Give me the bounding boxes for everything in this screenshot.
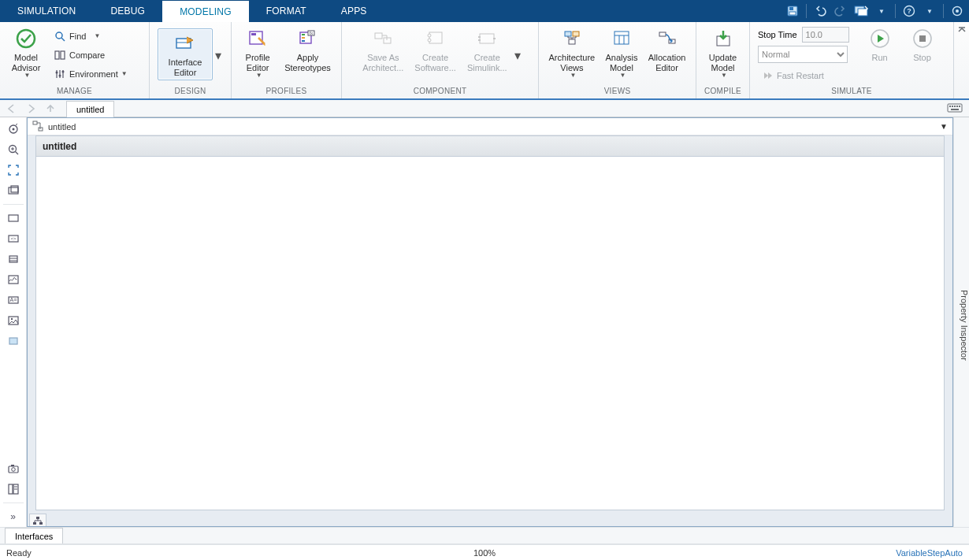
nav-back-button[interactable] bbox=[5, 102, 20, 116]
property-inspector-tab[interactable]: Property Inspector bbox=[953, 117, 969, 527]
fit-to-view-icon[interactable] bbox=[2, 160, 24, 180]
text-annotation-icon[interactable]: A≡ bbox=[2, 290, 24, 310]
svg-point-33 bbox=[428, 34, 431, 37]
design-gallery-dropdown[interactable]: ▾ bbox=[213, 27, 223, 83]
redo-icon[interactable] bbox=[833, 4, 848, 18]
stop-button: Stop bbox=[901, 24, 944, 65]
svg-rect-12 bbox=[55, 51, 59, 59]
interface-editor-button[interactable]: Interface Editor bbox=[158, 28, 213, 80]
svg-line-63 bbox=[15, 152, 18, 155]
model-advisor-label: Model Advisor bbox=[12, 53, 41, 72]
svg-text:?: ? bbox=[907, 7, 911, 15]
architecture-views-button[interactable]: Architecture Views ▼ bbox=[544, 24, 600, 82]
sliders-icon bbox=[54, 68, 66, 80]
svg-rect-38 bbox=[493, 38, 496, 39]
hide-browser-icon[interactable] bbox=[2, 119, 24, 139]
group-label-simulate: SIMULATE bbox=[750, 87, 953, 98]
area-annotation-icon[interactable] bbox=[2, 331, 24, 351]
tab-simulation[interactable]: SIMULATION bbox=[0, 0, 93, 22]
svg-point-10 bbox=[56, 32, 62, 39]
document-tab-label: untitled bbox=[76, 105, 104, 114]
update-model-label: Update Model bbox=[709, 53, 737, 72]
annotation-icon[interactable] bbox=[2, 208, 24, 228]
architecture-views-label: Architecture Views bbox=[549, 53, 596, 72]
find-button[interactable]: Find ▼ bbox=[50, 27, 131, 46]
apply-stereotypes-button[interactable]: fx Apply Stereotypes bbox=[279, 24, 336, 75]
svg-rect-25 bbox=[302, 34, 305, 35]
analysis-model-button[interactable]: Analysis Model ▼ bbox=[600, 24, 643, 82]
compare-icon bbox=[54, 49, 66, 61]
search-icon bbox=[54, 30, 66, 43]
svg-line-11 bbox=[61, 38, 65, 41]
switch-windows-icon[interactable] bbox=[854, 4, 868, 18]
zoom-in-icon[interactable] bbox=[2, 139, 24, 160]
model-canvas[interactable] bbox=[36, 157, 944, 510]
image-annotation-icon[interactable] bbox=[2, 310, 24, 331]
compare-button[interactable]: Compare bbox=[50, 46, 131, 65]
profile-editor-button[interactable]: Profile Editor ▼ bbox=[236, 24, 279, 82]
svg-rect-32 bbox=[429, 32, 442, 43]
expand-palette-icon[interactable]: » bbox=[2, 506, 24, 527]
interfaces-panel-tab[interactable]: Interfaces bbox=[5, 528, 63, 543]
explorer-bar: untitled bbox=[0, 100, 969, 117]
stop-time-input[interactable] bbox=[802, 27, 849, 43]
tab-format[interactable]: FORMAT bbox=[249, 0, 324, 22]
help-icon[interactable]: ? bbox=[902, 4, 916, 18]
tab-debug[interactable]: DEBUG bbox=[93, 0, 162, 22]
compare-label: Compare bbox=[69, 50, 105, 60]
status-zoom[interactable]: 100% bbox=[473, 548, 496, 558]
simulation-mode-select[interactable]: Normal bbox=[758, 46, 848, 63]
analysis-model-label: Analysis Model bbox=[605, 53, 637, 72]
property-inspector-label: Property Inspector bbox=[960, 290, 969, 361]
fullscreen-icon[interactable] bbox=[950, 4, 964, 18]
fast-restart-label: Fast Restart bbox=[777, 71, 824, 80]
save-as-architecture-label: Save As Architect... bbox=[362, 53, 403, 72]
svg-point-8 bbox=[956, 9, 959, 13]
hierarchy-tab-icon[interactable] bbox=[29, 514, 46, 526]
nav-up-button[interactable] bbox=[43, 102, 58, 116]
allocation-editor-button[interactable]: Allocation Editor bbox=[643, 24, 691, 75]
svg-point-19 bbox=[62, 71, 65, 73]
tab-modeling[interactable]: MODELING bbox=[162, 0, 249, 22]
save-icon[interactable] bbox=[785, 4, 800, 18]
signal-viewer-icon[interactable] bbox=[2, 269, 24, 290]
svg-rect-54 bbox=[949, 106, 951, 107]
undo-icon[interactable] bbox=[813, 4, 827, 18]
interface-editor-icon bbox=[174, 32, 196, 54]
environment-label: Environment bbox=[69, 69, 118, 79]
svg-rect-46 bbox=[659, 32, 666, 36]
path-dropdown-icon[interactable]: ▼ bbox=[940, 122, 948, 131]
svg-rect-71 bbox=[9, 256, 17, 262]
nav-forward-button[interactable] bbox=[24, 102, 39, 116]
architecture-component-icon[interactable]: <> bbox=[2, 228, 24, 249]
qat-dropdown-icon[interactable]: ▼ bbox=[874, 4, 889, 18]
svg-point-81 bbox=[11, 468, 15, 472]
architecture-icon bbox=[372, 28, 394, 50]
save-as-architecture-button: Save As Architect... bbox=[357, 24, 409, 75]
apply-stereotypes-label: Apply Stereotypes bbox=[284, 53, 331, 72]
keyboard-icon[interactable] bbox=[947, 102, 964, 115]
component-gallery-dropdown[interactable]: ▾ bbox=[513, 27, 523, 83]
fast-restart-icon bbox=[761, 69, 774, 82]
environment-button[interactable]: Environment ▼ bbox=[50, 65, 131, 83]
interfaces-panel-label: Interfaces bbox=[15, 532, 53, 541]
update-model-button[interactable]: Update Model ▼ bbox=[702, 24, 744, 82]
run-button[interactable]: Run bbox=[859, 24, 901, 65]
screenshot-icon[interactable] bbox=[2, 458, 24, 479]
svg-rect-53 bbox=[948, 104, 962, 112]
tab-apps[interactable]: APPS bbox=[324, 0, 384, 22]
svg-rect-79 bbox=[9, 338, 17, 344]
create-software-button: Create Software... bbox=[409, 24, 462, 75]
model-path-text[interactable]: untitled bbox=[48, 122, 76, 132]
document-tab-untitled[interactable]: untitled bbox=[66, 101, 114, 118]
toggle-perspective-icon[interactable] bbox=[2, 180, 24, 201]
model-hierarchy-icon[interactable] bbox=[32, 121, 45, 133]
collapse-ribbon-button[interactable] bbox=[953, 22, 969, 98]
status-solver[interactable]: VariableStepAuto bbox=[896, 548, 963, 558]
model-browser-icon[interactable] bbox=[2, 479, 24, 499]
main-tabstrip: SIMULATION DEBUG MODELING FORMAT APPS ▼ … bbox=[0, 0, 969, 22]
simulink-component-icon bbox=[476, 28, 498, 50]
help-dropdown-icon[interactable]: ▼ bbox=[923, 4, 937, 18]
model-advisor-button[interactable]: Model Advisor ▼ bbox=[5, 24, 47, 82]
software-component-icon-palette[interactable] bbox=[2, 249, 24, 269]
